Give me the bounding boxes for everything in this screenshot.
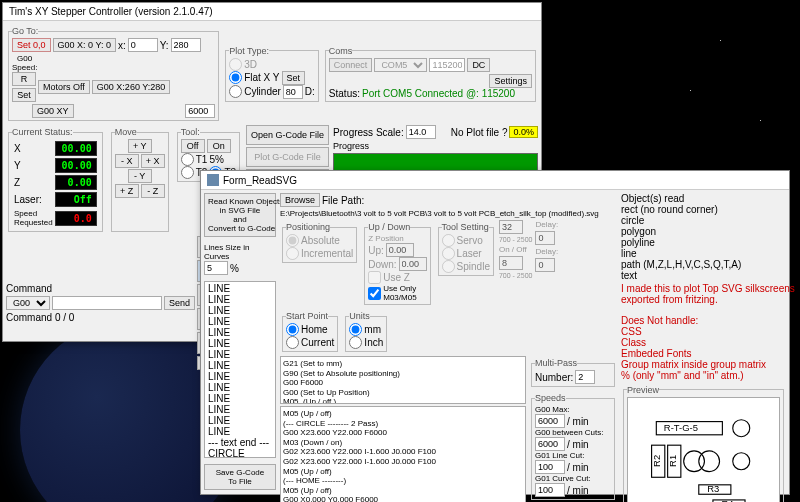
- browse-button[interactable]: Browse: [280, 193, 320, 207]
- list-item[interactable]: LINE: [206, 283, 274, 294]
- tool-off-button[interactable]: Off: [181, 139, 205, 153]
- useonly-check[interactable]: [368, 287, 381, 300]
- list-item[interactable]: LINE: [206, 382, 274, 393]
- coms-group: Coms Connect COM5 DC Settings Status: Po…: [325, 46, 536, 102]
- progress-scale-input[interactable]: [406, 125, 436, 139]
- goto-x-input[interactable]: [128, 38, 158, 52]
- between-input[interactable]: [535, 437, 565, 451]
- g00xy0-button[interactable]: G00 X: 0 Y: 0: [53, 38, 116, 52]
- g01curve-input[interactable]: [535, 483, 565, 497]
- list-item[interactable]: LINE: [206, 327, 274, 338]
- status-group: Current Status: X00.00 Y00.00 Z0.00 Lase…: [8, 127, 103, 232]
- svg-text:R2: R2: [651, 455, 662, 467]
- goto-group: Go To: Set 0,0 G00 X: 0 Y: 0 x: Y: G00 S…: [8, 26, 219, 121]
- gcode-output-1[interactable]: G21 (Set to mm) G90 (Set to Absolute pos…: [280, 356, 526, 404]
- r-button[interactable]: R: [12, 72, 36, 86]
- positioning-group: Positioning Absolute Incremental: [282, 222, 357, 263]
- plot-cyl-radio[interactable]: [229, 85, 242, 98]
- list-item[interactable]: LINE: [206, 404, 274, 415]
- plot-flat-radio[interactable]: [229, 71, 242, 84]
- list-item[interactable]: LINE: [206, 305, 274, 316]
- open-gcode-button[interactable]: Open G-Code File: [246, 125, 329, 145]
- plot-gcode-button: Plot G-Code File: [246, 147, 329, 167]
- svg-text:R3: R3: [707, 483, 719, 494]
- speed-lcd: 0.0: [55, 211, 97, 226]
- command-input[interactable]: [52, 296, 162, 310]
- multipass-input[interactable]: [575, 370, 595, 384]
- move-mx-button[interactable]: - X: [115, 154, 139, 168]
- set00-button[interactable]: Set 0,0: [12, 38, 51, 52]
- plot-3d-radio: [229, 58, 242, 71]
- svg-window: Form_ReadSVG Read Known Objects in SVG F…: [200, 170, 790, 495]
- list-item[interactable]: LINE: [206, 393, 274, 404]
- speeds-group: Speeds G00 Max: / min G00 between Cuts: …: [531, 393, 615, 500]
- list-item[interactable]: LINE: [206, 415, 274, 426]
- list-item[interactable]: LINE: [206, 360, 274, 371]
- plot-set-button[interactable]: Set: [282, 71, 306, 85]
- t2-radio[interactable]: [181, 166, 194, 179]
- g00speed-input[interactable]: [185, 104, 215, 118]
- toolsetting-group: Tool Setting Servo Laser Spindle: [438, 222, 494, 276]
- list-item[interactable]: CIRCLE: [206, 448, 274, 458]
- com-port-select[interactable]: COM5: [374, 58, 427, 72]
- object-listbox[interactable]: LINELINELINELINELINELINELINELINELINELINE…: [204, 281, 276, 458]
- dc-button[interactable]: DC: [467, 58, 490, 72]
- connect-button[interactable]: Connect: [329, 58, 373, 72]
- move-px-button[interactable]: + X: [141, 154, 165, 168]
- list-item[interactable]: LINE: [206, 316, 274, 327]
- gcode-output-2[interactable]: M05 (Up / off) (--- CIRCLE -------- 2 Pa…: [280, 406, 526, 502]
- tool-on-button[interactable]: On: [207, 139, 231, 153]
- goto-y-input[interactable]: [171, 38, 201, 52]
- t1-radio[interactable]: [181, 153, 194, 166]
- list-item[interactable]: LINE: [206, 426, 274, 437]
- set-button[interactable]: Set: [12, 88, 36, 102]
- form-icon: [207, 174, 219, 186]
- move-group: Move + Y - X+ X - Y + Z- Z: [111, 127, 169, 232]
- unit-inch-radio[interactable]: [349, 336, 362, 349]
- send-button[interactable]: Send: [164, 296, 195, 310]
- list-item[interactable]: LINE: [206, 338, 274, 349]
- command-status: Command 0 / 0: [6, 312, 195, 323]
- svg-text:R4: R4: [721, 498, 733, 502]
- preview-group: Preview R-T-G-5 R2 R1 R3 R4 R-T-G-5-3: [623, 385, 784, 502]
- main-titlebar[interactable]: Tim's XY Stepper Controller (version 2.1…: [3, 3, 541, 21]
- motors-off-button[interactable]: Motors Off: [38, 80, 90, 94]
- g00speed-label: G00 Speed:: [12, 54, 37, 72]
- svg-titlebar[interactable]: Form_ReadSVG: [201, 171, 789, 190]
- command-select[interactable]: G00: [6, 296, 50, 310]
- sp-current-radio[interactable]: [286, 336, 299, 349]
- sp-home-radio[interactable]: [286, 323, 299, 336]
- red-note: I made this to plot Top SVG silkscreens …: [621, 283, 795, 381]
- x-lcd: 00.00: [55, 141, 97, 156]
- move-my-button[interactable]: - Y: [128, 169, 152, 183]
- list-item[interactable]: --- text end ---: [206, 437, 274, 448]
- startpoint-group: Start Point Home Current: [282, 311, 338, 352]
- svg-point-8: [699, 451, 720, 472]
- move-mz-button[interactable]: - Z: [141, 184, 165, 198]
- baud-input[interactable]: [429, 58, 465, 72]
- z-lcd: 0.00: [55, 175, 97, 190]
- unit-mm-radio[interactable]: [349, 323, 362, 336]
- list-item[interactable]: LINE: [206, 294, 274, 305]
- list-item[interactable]: LINE: [206, 371, 274, 382]
- settings-button[interactable]: Settings: [489, 74, 532, 88]
- lines-size-input[interactable]: [204, 261, 228, 275]
- save-gcode-button[interactable]: Save G-Code To File: [204, 464, 276, 490]
- y-lcd: 00.00: [55, 158, 97, 173]
- svg-text:R-T-G-5: R-T-G-5: [664, 422, 698, 433]
- cyl-input[interactable]: [283, 85, 303, 99]
- units-group: Units mm Inch: [345, 311, 387, 352]
- preview-canvas: R-T-G-5 R2 R1 R3 R4 R-T-G-5-3: [627, 397, 780, 502]
- progress-pct: 0.0%: [509, 126, 538, 138]
- move-py-button[interactable]: + Y: [128, 139, 152, 153]
- g00xy-button[interactable]: G00 XY: [32, 104, 74, 118]
- filepath-text: E:\Projects\Bluetooth\3 volt to 5 volt P…: [280, 209, 599, 218]
- svg-point-9: [733, 453, 750, 470]
- g01line-input[interactable]: [535, 460, 565, 474]
- com-status: Port COM5 Connected @: 115200: [362, 88, 515, 99]
- list-item[interactable]: LINE: [206, 349, 274, 360]
- g00x260-button[interactable]: G00 X:260 Y:280: [92, 80, 170, 94]
- g00max-input[interactable]: [535, 414, 565, 428]
- read-svg-button[interactable]: Read Known Objects in SVG File and Conve…: [204, 193, 276, 237]
- move-pz-button[interactable]: + Z: [115, 184, 139, 198]
